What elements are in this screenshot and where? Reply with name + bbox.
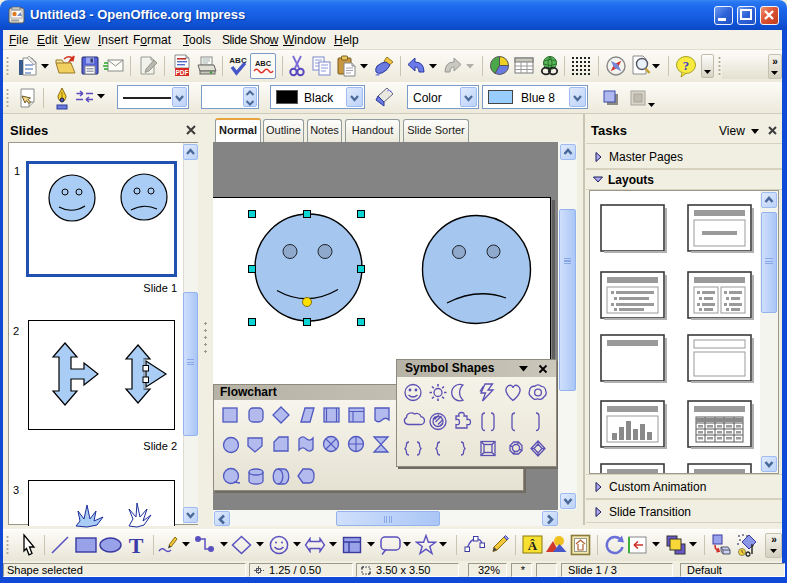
svg-text:»: » [772, 56, 778, 66]
svg-text:Â: Â [528, 538, 538, 553]
svg-text:PDF: PDF [176, 69, 189, 76]
svg-text:ABC: ABC [255, 59, 272, 68]
svg-text:T: T [129, 534, 144, 556]
svg-text:»: » [771, 534, 777, 544]
svg-text:?: ? [683, 58, 690, 73]
